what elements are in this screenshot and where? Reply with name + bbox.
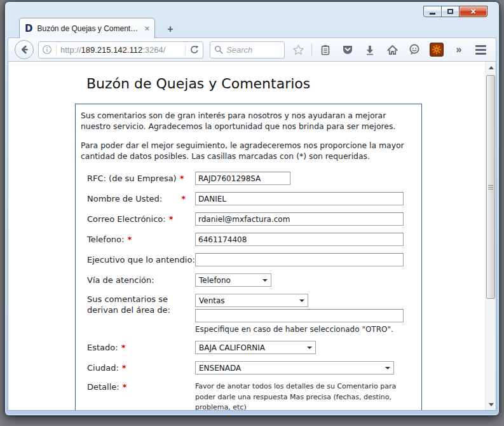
maximize-button[interactable] bbox=[441, 6, 460, 17]
clipboard-icon bbox=[320, 44, 331, 56]
nombre-input[interactable] bbox=[195, 192, 404, 205]
form-row-telefono: Telefono: * bbox=[87, 233, 412, 246]
telefono-required-asterisk: * bbox=[127, 234, 132, 245]
back-arrow-icon bbox=[18, 44, 30, 55]
home-button[interactable] bbox=[383, 41, 401, 58]
detalle-label-text: Detalle: bbox=[87, 381, 119, 392]
form-row-estado: Estado: * BAJA CALIFORNIA bbox=[87, 341, 412, 354]
hamburger-icon bbox=[475, 45, 486, 55]
telefono-label: Telefono: * bbox=[87, 234, 195, 245]
chevron-double-icon: » bbox=[456, 44, 462, 55]
download-arrow-icon bbox=[364, 44, 376, 56]
browser-tab[interactable]: D Buzón de Quejas y Coment… × bbox=[19, 18, 155, 38]
scrollbar-grip-icon bbox=[488, 185, 493, 189]
url-host: 189.215.142.112 bbox=[81, 45, 143, 55]
bookmark-star-button[interactable] bbox=[289, 41, 307, 58]
rfc-label-text: RFC: (de su Empresa) bbox=[87, 173, 177, 184]
overflow-button[interactable]: » bbox=[450, 41, 468, 58]
correo-input[interactable] bbox=[195, 212, 404, 226]
search-input[interactable] bbox=[226, 45, 277, 55]
window-controls: × bbox=[424, 6, 487, 17]
site-info-icon[interactable] bbox=[42, 45, 52, 55]
ciudad-label: Ciudad: * bbox=[87, 362, 195, 373]
browser-window: × D Buzón de Quejas y Coment… × + http:/… bbox=[4, 1, 500, 416]
form-row-via: Vía de atención: Telefono bbox=[87, 273, 412, 287]
telefono-label-text: Telefono: bbox=[87, 234, 124, 245]
form-row-rfc: RFC: (de su Empresa) * bbox=[87, 172, 412, 185]
home-icon bbox=[386, 44, 398, 56]
urlbar-separator2 bbox=[185, 45, 186, 55]
menu-button[interactable] bbox=[472, 41, 489, 58]
vertical-scrollbar[interactable] bbox=[485, 62, 496, 410]
url-scheme: http:// bbox=[60, 45, 81, 55]
via-label-text: Vía de atención: bbox=[87, 275, 154, 285]
pocket-button[interactable] bbox=[339, 41, 357, 58]
back-button[interactable] bbox=[15, 40, 34, 59]
estado-select[interactable]: BAJA CALIFORNIA bbox=[195, 341, 316, 354]
search-icon bbox=[214, 45, 223, 54]
area-other-input[interactable] bbox=[195, 309, 404, 322]
bookmarks-menu-button[interactable] bbox=[317, 41, 334, 58]
form-row-correo: Correo Electrónico: * bbox=[87, 212, 412, 226]
page-body: Buzón de Quejas y Comentarios Sus coment… bbox=[8, 62, 485, 410]
estado-required-asterisk: * bbox=[121, 342, 126, 353]
via-select[interactable]: Telefono bbox=[195, 273, 271, 287]
page-title: Buzón de Quejas y Comentarios bbox=[86, 76, 310, 92]
ejecutivo-input[interactable] bbox=[195, 253, 404, 266]
search-box[interactable] bbox=[210, 41, 285, 58]
nombre-label: Nombre de Usted: * bbox=[87, 193, 195, 204]
pocket-icon bbox=[341, 43, 354, 56]
minimize-button[interactable] bbox=[423, 6, 442, 17]
navigation-toolbar: http://189.215.142.112:3264/ bbox=[8, 38, 496, 62]
area-label: Sus comentarios se derivan del área de: bbox=[87, 294, 195, 315]
comments-form: Sus comentarios son de gran interés para… bbox=[75, 104, 422, 410]
url-text[interactable]: http://189.215.142.112:3264/ bbox=[60, 45, 181, 55]
estado-label-text: Estado: bbox=[87, 342, 118, 353]
rfc-required-asterisk: * bbox=[180, 173, 184, 184]
scrollbar-thumb[interactable] bbox=[486, 75, 495, 299]
downloads-button[interactable] bbox=[361, 41, 379, 58]
rfc-input[interactable] bbox=[195, 172, 290, 185]
detalle-helper-text: Favor de anotar todos los detalles de su… bbox=[195, 381, 409, 410]
area-label-text: Sus comentarios se derivan del área de: bbox=[87, 294, 195, 315]
tab-close-icon[interactable]: × bbox=[144, 24, 149, 33]
correo-required-asterisk: * bbox=[169, 214, 174, 224]
correo-label-text: Correo Electrónico: bbox=[87, 214, 166, 224]
addon-badge bbox=[430, 43, 444, 57]
scroll-up-button[interactable] bbox=[486, 62, 496, 72]
estado-label: Estado: * bbox=[87, 342, 195, 353]
intro-paragraph-1: Sus comentarios son de gran interés para… bbox=[81, 111, 410, 132]
nombre-required-asterisk: * bbox=[181, 193, 186, 204]
via-selected-value: Telefono bbox=[199, 276, 231, 285]
telefono-input[interactable] bbox=[195, 233, 404, 246]
form-rows: RFC: (de su Empresa) * Nombre de Usted: … bbox=[87, 172, 412, 410]
ciudad-select[interactable]: ENSENADA bbox=[195, 361, 394, 374]
gear-icon bbox=[432, 45, 442, 55]
tab-title: Buzón de Quejas y Coment… bbox=[37, 24, 140, 33]
ejecutivo-label: Ejecutivo que lo antendio: bbox=[87, 254, 195, 265]
scroll-down-button[interactable] bbox=[486, 399, 496, 409]
area-select[interactable]: Ventas bbox=[195, 294, 308, 307]
addon-button[interactable] bbox=[428, 41, 446, 58]
toolbar-separator bbox=[311, 44, 312, 56]
via-label: Vía de atención: bbox=[87, 275, 195, 285]
hello-chat-button[interactable] bbox=[405, 41, 423, 58]
url-bar[interactable]: http://189.215.142.112:3264/ bbox=[38, 41, 203, 58]
detalle-required-asterisk: * bbox=[123, 381, 127, 392]
ciudad-dropdown-arrow-icon bbox=[385, 367, 390, 369]
area-helper-text: Especifique en caso de haber seleccionad… bbox=[195, 325, 404, 334]
form-row-nombre: Nombre de Usted: * bbox=[87, 192, 412, 205]
favicon: D bbox=[25, 23, 32, 34]
estado-dropdown-arrow-icon bbox=[307, 347, 312, 349]
url-port: :3264/ bbox=[142, 45, 165, 55]
maximize-icon bbox=[447, 9, 453, 14]
close-window-button[interactable]: × bbox=[459, 6, 487, 17]
area-field-group: Ventas Especifique en caso de haber sele… bbox=[195, 294, 404, 334]
reload-icon[interactable] bbox=[189, 45, 200, 55]
new-tab-button[interactable]: + bbox=[161, 22, 179, 37]
close-icon: × bbox=[470, 7, 475, 16]
form-row-area: Sus comentarios se derivan del área de: … bbox=[87, 294, 412, 334]
area-dropdown-arrow-icon bbox=[299, 299, 304, 302]
area-selected-value: Ventas bbox=[199, 296, 225, 305]
chat-smiley-icon bbox=[408, 43, 421, 56]
